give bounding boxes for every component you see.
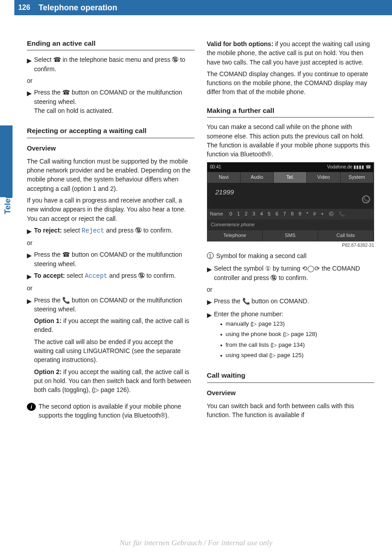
valid-p2: The COMAND display changes. If you conti… — [207, 69, 375, 97]
accept-t1: select — [65, 272, 85, 279]
comand-screenshot: 00:41 Vodafone.de ▮▮▮▮ ☎ Navi Audio Tel.… — [207, 162, 375, 241]
bullet-speeddial: •using speed dial (▷ page 125) — [220, 351, 375, 360]
ss-carrier: Vodafone.de ▮▮▮▮ ☎ — [327, 164, 371, 171]
bullet-dot-icon: • — [220, 320, 226, 329]
ss-tab-audio: Audio — [241, 172, 274, 183]
triangle-icon: ▶ — [27, 250, 34, 268]
or-text: or — [27, 238, 194, 247]
callwaiting-para: You can switch back and forth between ca… — [207, 401, 375, 420]
step-reject-alt: ▶ Press the ☎ button on COMAND or the mu… — [27, 250, 194, 268]
opt1-label: Option 1: — [34, 317, 61, 324]
triangle-icon: ▶ — [27, 271, 34, 281]
heading-reject-accept: Rejecting or accepting a waiting call — [27, 126, 194, 138]
bullet-phonebook: •using the phone book (▷ page 128) — [220, 330, 375, 339]
bullet-calllists: •from the call lists (▷ page 134) — [220, 341, 375, 350]
page-content: Ending an active call ▶ Select ☎ in the … — [0, 15, 392, 433]
reject-ui-text: Reject — [82, 227, 104, 234]
heading-call-waiting: Call waiting — [207, 371, 375, 383]
step-accept-alt: ▶ Press the 📞 button on COMAND or the mu… — [27, 296, 194, 397]
reject-label: To reject: — [34, 227, 62, 234]
bullet-dot-icon: • — [220, 341, 226, 350]
ss-name-label: Name — [210, 211, 223, 218]
bullet-dot-icon: • — [220, 351, 226, 360]
option1: Option 1: if you accept the waiting call… — [34, 316, 194, 335]
option2: Option 2: if you accept the waiting call… — [34, 367, 194, 395]
step-to-reject: ▶ To reject: select Reject and press 🕲 t… — [27, 226, 194, 236]
triangle-icon: ▶ — [207, 297, 214, 306]
info-text: The second option is available if your m… — [39, 402, 194, 420]
ss-bottom-tabs: Telephone SMS Call lists — [207, 230, 374, 241]
ss-tab-tel: Tel. — [274, 172, 307, 183]
page-number: 126 — [14, 2, 34, 13]
or-text: or — [207, 285, 375, 294]
or-text: or — [27, 284, 194, 293]
page-header: 126 Telephone operation — [14, 0, 392, 15]
image-code: P82.87-6392-31 — [207, 242, 375, 249]
accept-label: To accept: — [34, 272, 65, 279]
ss-tab-navi: Navi — [207, 172, 241, 183]
ss-tab-system: System — [340, 172, 374, 183]
ss-btab-calllists: Call lists — [318, 230, 374, 241]
left-column: Ending an active call ▶ Select ☎ in the … — [27, 37, 194, 424]
step-to-accept: ▶ To accept: select Accept and press 🕲 t… — [27, 271, 194, 281]
heading-ending-call: Ending an active call — [27, 39, 194, 51]
step-text: Select the symbol ① by turning ⟲◯⟳ the C… — [214, 264, 375, 282]
overview-para2: If you have a call in progress and recei… — [27, 196, 194, 223]
accept-t2: and press 🕲 to confirm. — [108, 272, 176, 279]
option1-p2: The active call will also be ended if yo… — [34, 337, 194, 365]
subheading-overview: Overview — [207, 388, 375, 398]
triangle-icon: ▶ — [27, 88, 34, 115]
legend-number-icon: 1 — [207, 252, 214, 259]
step-text: Press the ☎ button on COMAND or the mult… — [34, 88, 194, 115]
chapter-title: Telephone operation — [34, 2, 117, 13]
enter-bullets: •manually (▷ page 123) •using the phone … — [220, 320, 375, 360]
triangle-icon: ▶ — [207, 264, 214, 282]
ss-name-chars: 0 1 2 3 4 5 6 7 8 9 * # + ⓒ 📞 — [229, 211, 347, 218]
further-para: You can make a second call while on the … — [207, 122, 375, 159]
step-enter-number: ▶ Enter the phone number: •manually (▷ p… — [207, 310, 375, 362]
step-text-container: Enter the phone number: •manually (▷ pag… — [214, 310, 375, 362]
bullet-text: manually (▷ page 123) — [226, 320, 285, 329]
ss-time: 00:41 — [210, 164, 221, 171]
bullet-text: from the call lists (▷ page 134) — [226, 341, 305, 350]
valid-both: Valid for both options: if you accept th… — [207, 39, 375, 67]
accept-ui-text: Accept — [85, 272, 107, 280]
step-text: Press the ☎ button on COMAND or the mult… — [34, 250, 194, 268]
subheading-overview: Overview — [27, 144, 194, 153]
heading-further-call: Making a further call — [207, 106, 375, 118]
step-text: To accept: select Accept and press 🕲 to … — [34, 271, 194, 281]
step-text: Press the 📞 button on COMAND or the mult… — [34, 296, 194, 397]
ss-tab-video: Video — [307, 172, 340, 183]
triangle-icon: ▶ — [27, 296, 34, 397]
watermark-text: Nur für internen Gebrauch / For internal… — [0, 538, 392, 549]
ss-btab-sms: SMS — [263, 230, 318, 241]
legend-text: Symbol for making a second call — [216, 251, 307, 260]
side-tab-label: Telephone — [2, 174, 13, 214]
step-end-press: ▶ Press the ☎ button on COMAND or the mu… — [27, 88, 194, 115]
step-press-call: ▶ Press the 📞 button on COMAND. — [207, 297, 375, 306]
ss-active-number: 21999 — [211, 187, 370, 197]
bullet-text: using speed dial (▷ page 125) — [226, 351, 304, 360]
opt2-label: Option 2: — [34, 368, 61, 375]
step-text: Press the 📞 button on COMAND. — [214, 297, 375, 306]
ss-conv-phone: Convenience phone — [207, 220, 374, 230]
ss-name-row: Name 0 1 2 3 4 5 6 7 8 9 * # + ⓒ 📞 — [207, 209, 374, 220]
enter-label: Enter the phone number: — [214, 310, 284, 318]
step-text: To reject: select Reject and press 🕲 to … — [34, 226, 194, 236]
ss-main-tabs: Navi Audio Tel. Video System — [207, 172, 374, 183]
right-column: Valid for both options: if you accept th… — [207, 37, 375, 424]
bullet-text: using the phone book (▷ page 128) — [226, 330, 317, 339]
info-icon: i — [27, 403, 36, 411]
step-end-select: ▶ Select ☎ in the telephone basic menu a… — [27, 55, 194, 73]
ss-body: 21999 📞 — [207, 183, 374, 209]
or-text: or — [27, 76, 194, 85]
ss-statusbar: 00:41 Vodafone.de ▮▮▮▮ ☎ — [207, 163, 374, 172]
reject-t1: select — [62, 227, 82, 234]
legend-1: 1 Symbol for making a second call — [207, 251, 375, 260]
step-line1: Press the ☎ button on COMAND or the mult… — [34, 89, 182, 105]
step-select-symbol: ▶ Select the symbol ① by turning ⟲◯⟳ the… — [207, 264, 375, 282]
info-note: i The second option is available if your… — [27, 402, 194, 420]
ss-btab-telephone: Telephone — [207, 230, 263, 241]
overview-para1: The Call waiting function must be suppor… — [27, 157, 194, 193]
ss-second-call-icon: 📞 — [362, 195, 370, 203]
